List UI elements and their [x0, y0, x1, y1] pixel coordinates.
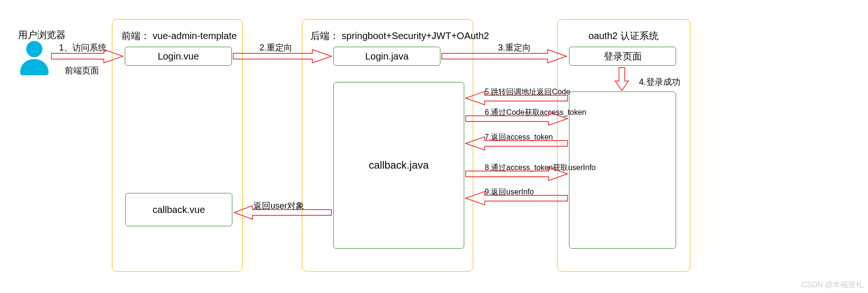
user-title: 用户浏览器 — [18, 29, 66, 41]
oauth-login-page-box: 登录页面 — [569, 47, 676, 66]
user-icon — [20, 41, 49, 79]
arrow6-label: 6.通过Code获取access_token — [485, 108, 586, 118]
backend-title: 后端： springboot+Security+JWT+OAuth2 — [310, 30, 489, 42]
login-java-box: Login.java — [333, 47, 440, 66]
return-user-label: 返回user对象 — [253, 200, 304, 212]
arrow3-label: 3.重定向 — [498, 42, 531, 53]
arrow5-label: 5.跳转回调地址返回Code — [485, 87, 570, 97]
arrow4-label: 4.登录成功 — [639, 76, 680, 88]
arrow1-label: 1、访问系统 — [59, 42, 107, 53]
login-vue-box: Login.vue — [125, 47, 232, 66]
frontend-title: 前端： vue-admin-template — [121, 30, 237, 42]
arrow2-label: 2.重定向 — [259, 42, 292, 53]
arrow7-label: 7.返回access_token — [485, 132, 553, 142]
arrow1b-label: 前端页面 — [65, 65, 99, 76]
oauth-title: oauth2 认证系统 — [589, 30, 658, 42]
callback-java-box: callback.java — [333, 82, 464, 249]
arrow8-label: 8.通过access_token获取userInfo — [485, 163, 596, 173]
callback-vue-box: callback.vue — [125, 193, 232, 226]
watermark: CSDN @幸福巡礼 — [801, 280, 863, 290]
arrow9-label: 9.返回userInfo — [485, 187, 534, 197]
